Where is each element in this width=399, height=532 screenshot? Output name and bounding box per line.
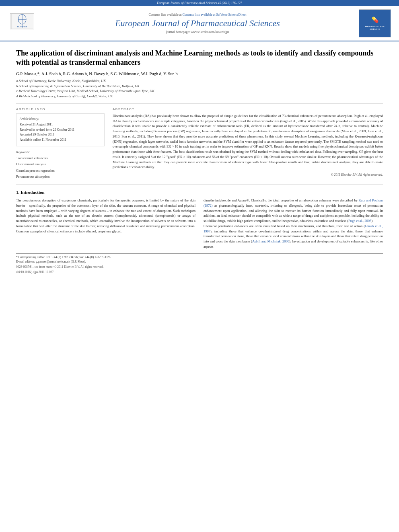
affiliation-a: a School of Pharmacy, Keele University, … <box>16 78 383 84</box>
journal-logo-right: 💊 PHARMACEUTICAL SCIENCES <box>359 9 391 37</box>
keyword-1: Transdermal enhancers <box>16 155 105 161</box>
journal-citation: European Journal of Pharmaceutical Scien… <box>157 1 242 5</box>
intro-para-1: The percutaneous absorption of exogenous… <box>16 198 195 234</box>
intro-left-col: The percutaneous absorption of exogenous… <box>16 198 195 249</box>
intro-right-para-1: dimethylsulphoxide and Azone®. Classical… <box>204 198 383 224</box>
doi-line: doi:10.1016/j.ejps.2011.10.027 <box>16 270 383 274</box>
received-date: Received 21 August 2011 <box>20 122 101 127</box>
copyright-line: © 2011 Elsevier B.V. All rights reserved… <box>113 173 383 177</box>
intro-right-para-2: Chemical penetration enhancers are often… <box>204 224 383 249</box>
article-info-header: ARTICLE INFO <box>16 107 105 111</box>
available-online-date: Available online 11 November 2011 <box>20 138 101 143</box>
sciverse-link[interactable]: Contents lists available at SciVerse Sci… <box>183 13 247 16</box>
sciverse-line: Contents lists available at Contents lis… <box>40 13 355 16</box>
email-address: E-mail address: g.p.moss@nema.keele.ac.u… <box>16 260 383 263</box>
corresponding-author: * Corresponding author. Tel.: +44 (0) 17… <box>16 255 383 259</box>
elsevier-logo: ELSEVIER <box>8 13 36 33</box>
introduction-body: The percutaneous absorption of exogenous… <box>16 198 383 249</box>
journal-header: ELSEVIER Contents lists available at Con… <box>0 6 399 41</box>
journal-title: European Journal of Pharmaceutical Scien… <box>40 18 355 29</box>
journal-header-center: Contents lists available at Contents lis… <box>40 13 355 34</box>
journal-homepage: journal homepage: www.elsevier.com/locat… <box>40 30 355 34</box>
keyword-2: Discriminant analysis <box>16 161 105 167</box>
ghosh-1997-link[interactable]: Ghosh et al., 1997 <box>204 224 383 233</box>
intro-right-col: dimethylsulphoxide and Azone®. Classical… <box>204 198 383 249</box>
keywords-label: Keywords: <box>16 150 105 154</box>
abstract-text: Discriminant analysis (DA) has previousl… <box>113 113 383 170</box>
article-info-col: ARTICLE INFO Article history: Received 2… <box>16 107 105 180</box>
introduction-section: 1. Introduction The percutaneous absorpt… <box>16 190 383 249</box>
affiliation-d: d Welsh School of Pharmacy, University o… <box>16 94 383 99</box>
article-history-label: Article history: <box>20 117 101 121</box>
authors-line: G.P. Moss a,*, A.J. Shah b, R.G. Adams b… <box>16 72 383 76</box>
keywords-list: Transdermal enhancers Discriminant analy… <box>16 155 105 180</box>
keyword-4: Percutaneous absorption <box>16 174 105 180</box>
keyword-3: Gaussian process regression <box>16 168 105 174</box>
received-revised-date: Received in revised form 26 October 2011 <box>20 127 101 133</box>
content-area: The application of discriminant analysis… <box>0 41 399 274</box>
abstract-col: ABSTRACT Discriminant analysis (DA) has … <box>113 107 383 180</box>
issn-line: 0928-0987/$ – see front matter © 2011 El… <box>16 265 383 269</box>
introduction-title: 1. Introduction <box>16 190 383 195</box>
abstract-header: ABSTRACT <box>113 107 383 111</box>
footnote-area: * Corresponding author. Tel.: +44 (0) 17… <box>16 253 383 274</box>
katz-poulsen-link[interactable]: Katz and Poulsen (1972) <box>204 198 383 207</box>
keywords-box: Keywords: Transdermal enhancers Discrimi… <box>16 150 105 180</box>
affiliations: a School of Pharmacy, Keele University, … <box>16 78 383 99</box>
logo-label: PHARMACEUTICAL SCIENCES <box>361 25 389 31</box>
article-info-box: Article history: Received 21 August 2011… <box>16 113 105 146</box>
affiliation-b: b School of Engineering & Information Sc… <box>16 84 383 89</box>
info-abstract-section: ARTICLE INFO Article history: Received 2… <box>16 107 383 180</box>
asbill-link[interactable]: Asbill and Michniak, 2000 <box>252 239 289 243</box>
section-divider <box>16 185 383 185</box>
article-title: The application of discriminant analysis… <box>16 49 383 68</box>
svg-text:ELSEVIER: ELSEVIER <box>17 26 27 28</box>
affiliation-c: c Medical Toxicology Centre, Wolfson Uni… <box>16 88 383 94</box>
elsevier-image: ELSEVIER <box>10 13 34 29</box>
article-title-section: The application of discriminant analysis… <box>16 41 383 103</box>
accepted-date: Accepted 29 October 2011 <box>20 132 101 138</box>
section-title-text: Introduction <box>21 190 45 195</box>
pugh-2005-link[interactable]: Pugh et al., 2005 <box>348 219 371 223</box>
section-number: 1. <box>16 190 21 195</box>
journal-header-bar: European Journal of Pharmaceutical Scien… <box>0 0 399 6</box>
